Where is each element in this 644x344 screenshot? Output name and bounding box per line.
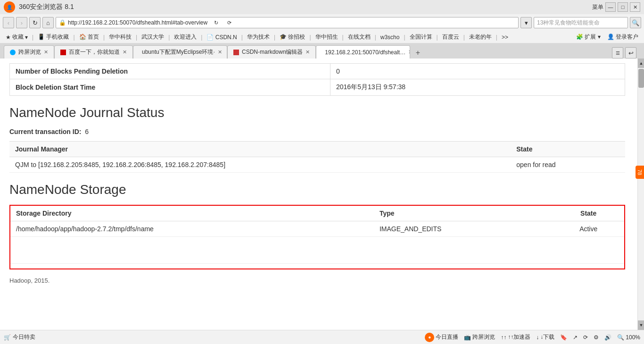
storage-empty-row [10,237,624,264]
storage-dir-header: Storage Directory [10,206,374,221]
tab-controls: ☰ ↩ [612,47,640,59]
window-restore[interactable]: □ [618,2,628,12]
search-placeholder: 13种常见食物吃错能丧命 [537,19,600,27]
journal-table-row: QJM to [192.168.2.205:8485, 192.168.2.20… [9,157,625,173]
separator: | [496,34,497,41]
bookmark-zhaosc[interactable]: 华中招生 [313,32,341,42]
transaction-id-value: 6 [85,128,89,135]
chevron-down-icon: ▾ [25,34,28,41]
star-icon: ★ [6,34,11,41]
scroll-thumb-down[interactable]: ▼ [638,320,644,330]
tab-close-ubuntu[interactable]: ✕ [218,49,222,55]
tab-icon [10,50,16,55]
accelerate-button[interactable]: ↑↑ ↑↑加速器 [501,333,530,341]
page-reload-icon[interactable]: ⟳ [223,17,235,28]
live-badge: ● [425,333,434,342]
info-table: Number of Blocks Pending Deletion 0 Bloc… [9,63,625,96]
storage-section-title: NameNode Storage [9,182,625,197]
settings-button[interactable]: ⚙ [594,334,599,341]
bookmark-extend[interactable]: 🧩 扩展 ▾ [573,32,603,42]
accelerate-icon: ↑↑ [501,334,506,341]
bookmark-status-button[interactable]: 🔖 [560,334,567,341]
title-bar: 👤 360安全浏览器 8.1 菜单 — □ ✕ [0,0,644,14]
bookmark-w3s[interactable]: w3scho [378,33,403,42]
dropdown-button[interactable]: ▾ [520,17,532,28]
separator: | [103,34,105,41]
block-deletion-time-label: Block Deletion Start Time [10,79,330,96]
storage-table-row: /home/hadoop/app/hadoop-2.7.2/tmp/dfs/na… [10,221,624,237]
tab-close-csdn-md[interactable]: ✕ [305,49,310,55]
bookmark-mobile[interactable]: 📱 手机收藏 [35,32,72,42]
new-tab-button[interactable]: + [412,47,423,59]
bookmark-hust[interactable]: 华中科技 [106,32,134,42]
search-bar[interactable]: 13种常见食物吃错能丧命 [534,17,628,28]
block-deletion-time-value: 2016年5月13日 9:57:38 [330,79,625,96]
tab-label: CSDN-markdown编辑器 [242,48,303,56]
bookmark-compute[interactable]: 全国计算 [407,32,435,42]
tab-close-hadoop[interactable]: ✕ [408,49,410,55]
bookmark-favorites[interactable]: ★ 收藏 ▾ [3,32,31,42]
transaction-id-label: Current transaction ID: [9,128,81,135]
volume-button[interactable]: 🔊 [604,334,611,341]
screen-share-icon: 📺 [464,334,471,341]
bookmark-whu[interactable]: 武汉大学 [139,32,167,42]
separator: | [309,34,311,41]
screen-share-button[interactable]: 📺 跨屏浏览 [464,333,495,341]
page-refresh-icon[interactable]: ↻ [210,17,222,28]
storage-table-wrapper: Storage Directory Type State /home/hadoo… [9,205,625,269]
tab-close-kuaping[interactable]: ✕ [44,49,48,55]
menu-label[interactable]: 菜单 [592,3,603,11]
scroll-thumb[interactable] [638,69,644,88]
bookmark-huawei[interactable]: 华为技术 [244,32,272,42]
live-button[interactable]: ● 今日直播 [425,333,458,342]
bookmark-home[interactable]: 🏠 首页 [76,32,102,42]
today-special-button[interactable]: 🛒 今日特卖 [4,333,35,341]
bookmark-recruit[interactable]: 🎓 徐招校 [277,32,308,42]
zoom-level[interactable]: 🔍 100% [617,334,640,341]
search-button[interactable]: 🔍 [630,17,641,28]
tab-close-baidu[interactable]: ✕ [123,49,127,55]
tab-kuaping[interactable]: 跨屏浏览 ✕ [4,45,54,59]
window-close[interactable]: ✕ [630,2,640,12]
separator: | [73,34,74,41]
status-bar: 🛒 今日特卖 ● 今日直播 📺 跨屏浏览 ↑↑ ↑↑加速器 ↓ ↓下载 🔖 ↗ … [0,330,644,344]
scrollbar[interactable]: ▲ ▼ [637,59,644,330]
forward-button[interactable]: › [16,17,27,28]
bookmark-login[interactable]: 👤 登录客户 [604,32,641,42]
tab-baidu[interactable]: 百度一下，你就知道 ✕ [54,45,133,59]
bookmarks-bar: ★ 收藏 ▾ | 📱 手机收藏 | 🏠 首页 | 华中科技 | 武汉大学 | 欢… [0,31,644,43]
title-bar-right: 菜单 — □ ✕ [592,2,640,12]
address-bar[interactable]: 🔒 http://192.168.2.201:50070/dfshealth.h… [56,17,519,28]
scroll-thumb-up[interactable]: ▲ [638,59,644,68]
home-button[interactable]: ⌂ [42,17,54,28]
refresh-button[interactable]: ↻ [29,17,41,28]
separator: | [274,34,275,41]
separator: | [463,34,465,41]
status-left: 🛒 今日特卖 [4,333,35,341]
screen-share-label: 跨屏浏览 [472,333,495,341]
tab-ubuntu[interactable]: ubuntu下配置MyEclipse环境· ✕ [133,45,227,59]
tab-hadoop[interactable]: 192.168.2.201:50070/dfshealt… ✕ [316,45,410,59]
bookmark-icon: 🔖 [560,334,567,341]
bookmark-welcome[interactable]: 欢迎进入 [171,32,199,42]
transaction-info: Current transaction ID: 6 [9,128,625,135]
back-button[interactable]: ‹ [3,17,14,28]
tab-csdn-md[interactable]: CSDN-markdown编辑器 ✕ [227,45,316,59]
bookmark-more[interactable]: >> [499,33,511,42]
bookmark-old[interactable]: 未老的年 [466,32,495,42]
bookmark-csdn[interactable]: 📄 CSDN.N [204,33,239,42]
share-button[interactable]: ↗ [573,334,578,341]
side-popup[interactable]: 78 [636,165,644,178]
history-button[interactable]: ⟳ [583,334,588,341]
tab-list-button[interactable]: ☰ [612,47,623,59]
download-button[interactable]: ↓ ↓下载 [536,333,554,341]
bookmark-baidu[interactable]: 百度云 [439,32,462,42]
separator: | [342,34,344,41]
window-minimize[interactable]: — [605,2,616,12]
accelerate-label: ↑↑加速器 [508,333,530,341]
tab-back-button[interactable]: ↩ [625,47,636,59]
journal-table: Journal Manager State QJM to [192.168.2.… [9,141,625,173]
bookmark-doc[interactable]: 在线文档 [345,32,373,42]
journal-state-value: open for read [511,157,625,173]
block-deletion-value: 0 [330,64,625,79]
